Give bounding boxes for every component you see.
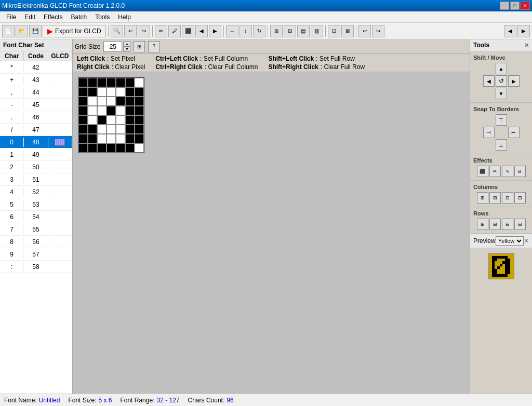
preview-close-button[interactable]: ✕ bbox=[524, 237, 529, 245]
pixel-cell[interactable] bbox=[88, 115, 97, 125]
flip-h-button[interactable]: ↔ bbox=[226, 25, 238, 37]
spin-down[interactable]: ▼ bbox=[123, 47, 130, 52]
row-remove-top-button[interactable]: ⊟ bbox=[502, 219, 513, 230]
undo-button[interactable]: ↩ bbox=[124, 25, 137, 37]
char-list-item[interactable]: ,44 bbox=[0, 86, 72, 99]
effect-invert-button[interactable]: ⬛ bbox=[477, 166, 488, 177]
pixel-cell[interactable] bbox=[88, 87, 97, 97]
pixel-cell[interactable] bbox=[88, 125, 97, 134]
redo-button[interactable]: ↪ bbox=[138, 25, 150, 37]
pixel-cell[interactable] bbox=[88, 143, 97, 153]
preview-color-select[interactable]: Yellow Green Blue White bbox=[496, 236, 524, 246]
pixel-cell[interactable] bbox=[107, 87, 116, 97]
tool1-button[interactable]: ✏ bbox=[155, 25, 167, 37]
char-list-item[interactable]: /47 bbox=[0, 124, 72, 136]
row-add-bottom-button[interactable]: ⊞ bbox=[489, 219, 501, 230]
char-list-item[interactable]: 149 bbox=[0, 148, 72, 161]
char-list-item[interactable]: 553 bbox=[0, 198, 72, 211]
nav-fwd-button[interactable]: ▶ bbox=[517, 25, 530, 37]
pixel-cell[interactable] bbox=[135, 97, 144, 106]
pixel-cell[interactable] bbox=[125, 97, 135, 106]
char-list-item[interactable]: 452 bbox=[0, 186, 72, 198]
char-list-item[interactable]: 048 bbox=[0, 136, 72, 148]
rotate-button[interactable]: ↻ bbox=[253, 25, 265, 37]
col-add-left-button[interactable]: ⊞ bbox=[477, 192, 488, 204]
snap2-button[interactable]: ⊠ bbox=[341, 25, 354, 37]
pixel-grid[interactable] bbox=[78, 77, 144, 153]
pixel-cell[interactable] bbox=[97, 115, 107, 125]
pixel-cell[interactable] bbox=[78, 125, 88, 134]
pixel-cell[interactable] bbox=[125, 78, 135, 87]
effect-wave-button[interactable]: ∿ bbox=[502, 166, 513, 177]
pixel-cell[interactable] bbox=[116, 97, 125, 106]
pixel-cell[interactable] bbox=[116, 115, 125, 125]
tools-close-button[interactable]: ✕ bbox=[524, 42, 529, 49]
tool4-button[interactable]: ◀ bbox=[195, 25, 208, 37]
pixel-cell[interactable] bbox=[97, 97, 107, 106]
pixel-cell[interactable] bbox=[78, 115, 88, 125]
snap-right-button[interactable]: ⊢ bbox=[508, 127, 520, 138]
redo2-button[interactable]: ↪ bbox=[372, 25, 384, 37]
pixel-cell[interactable] bbox=[97, 78, 107, 87]
menu-effects[interactable]: Effects bbox=[39, 11, 66, 23]
pixel-cell[interactable] bbox=[107, 115, 116, 125]
open-button[interactable]: 📂 bbox=[16, 25, 28, 37]
pixel-cell[interactable] bbox=[116, 134, 125, 143]
pixel-cell[interactable] bbox=[125, 134, 135, 143]
pixel-cell[interactable] bbox=[135, 106, 144, 115]
pixel-cell[interactable] bbox=[78, 87, 88, 97]
col-remove-right-button[interactable]: ⊟ bbox=[514, 192, 526, 204]
char-list-item[interactable]: 351 bbox=[0, 173, 72, 186]
shift-left-button[interactable]: ◀ bbox=[483, 75, 495, 87]
row2-button[interactable]: ▥ bbox=[311, 25, 323, 37]
new-button[interactable]: 📄 bbox=[2, 25, 15, 37]
menu-help[interactable]: Help bbox=[114, 11, 135, 23]
pixel-cell[interactable] bbox=[97, 134, 107, 143]
pixel-cell[interactable] bbox=[116, 78, 125, 87]
pixel-cell[interactable] bbox=[97, 125, 107, 134]
char-list-item[interactable]: 654 bbox=[0, 211, 72, 223]
pixel-cell[interactable] bbox=[107, 143, 116, 153]
pixel-cell[interactable] bbox=[116, 125, 125, 134]
col1-button[interactable]: ⊞ bbox=[270, 25, 283, 37]
shift-right-button[interactable]: ▶ bbox=[508, 75, 520, 87]
pixel-cell[interactable] bbox=[135, 115, 144, 125]
char-list-item[interactable]: +43 bbox=[0, 74, 72, 86]
pixel-cell[interactable] bbox=[78, 78, 88, 87]
pixel-cell[interactable] bbox=[135, 87, 144, 97]
shift-center-button[interactable]: ↺ bbox=[496, 75, 507, 87]
char-list-item[interactable]: .46 bbox=[0, 111, 72, 124]
menu-tools[interactable]: Tools bbox=[91, 11, 114, 23]
pixel-cell[interactable] bbox=[88, 97, 97, 106]
snap-left-button[interactable]: ⊣ bbox=[483, 127, 495, 138]
pixel-cell[interactable] bbox=[116, 87, 125, 97]
snap-bottom-button[interactable]: ⊥ bbox=[496, 139, 507, 151]
grid-toggle-button[interactable]: ⊞ bbox=[134, 41, 145, 52]
char-list-item[interactable]: -45 bbox=[0, 99, 72, 111]
pixel-cell[interactable] bbox=[107, 125, 116, 134]
row-add-top-button[interactable]: ⊞ bbox=[477, 219, 488, 230]
pixel-cell[interactable] bbox=[107, 78, 116, 87]
snap1-button[interactable]: ⊡ bbox=[328, 25, 340, 37]
tool5-button[interactable]: ▶ bbox=[209, 25, 221, 37]
col-remove-left-button[interactable]: ⊟ bbox=[502, 192, 513, 204]
pixel-cell[interactable] bbox=[107, 106, 116, 115]
pixel-cell[interactable] bbox=[125, 125, 135, 134]
close-button[interactable]: ✕ bbox=[521, 2, 530, 10]
pixel-cell[interactable] bbox=[88, 134, 97, 143]
col-add-right-button[interactable]: ⊞ bbox=[489, 192, 501, 204]
shift-up-button[interactable]: ▲ bbox=[496, 63, 507, 74]
nav-back-button[interactable]: ◀ bbox=[504, 25, 516, 37]
pixel-cell[interactable] bbox=[78, 97, 88, 106]
row1-button[interactable]: ▤ bbox=[297, 25, 310, 37]
col2-button[interactable]: ⊟ bbox=[284, 25, 296, 37]
save-button[interactable]: 💾 bbox=[29, 25, 42, 37]
minimize-button[interactable]: ─ bbox=[500, 2, 509, 10]
pixel-cell[interactable] bbox=[116, 106, 125, 115]
export-button[interactable]: ▶ Export for GLCD bbox=[43, 25, 106, 37]
pixel-cell[interactable] bbox=[135, 125, 144, 134]
pixel-cell[interactable] bbox=[135, 134, 144, 143]
row-remove-bottom-button[interactable]: ⊟ bbox=[514, 219, 526, 230]
char-list-item[interactable]: :58 bbox=[0, 261, 72, 273]
maximize-button[interactable]: □ bbox=[510, 2, 520, 10]
